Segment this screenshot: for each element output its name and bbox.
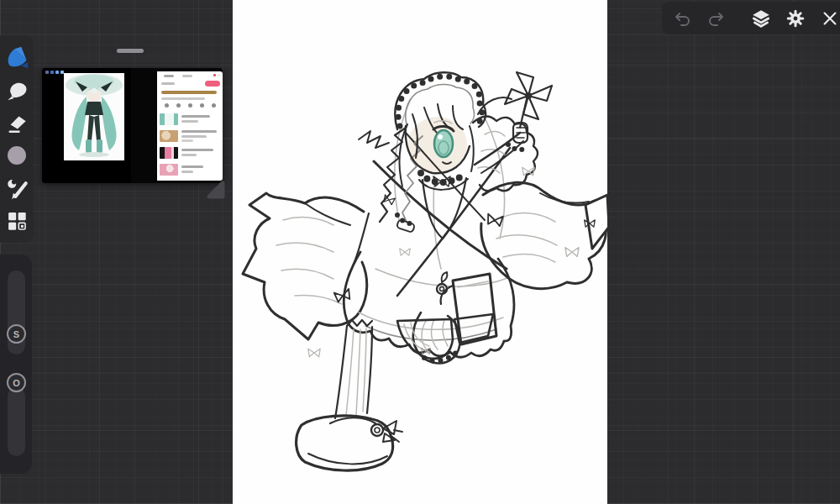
close-x-icon [821, 9, 839, 28]
paint-tools-button[interactable] [2, 174, 32, 202]
pinwheel [505, 72, 552, 143]
canvas-artwork [233, 0, 607, 504]
opacity-slider-knob[interactable]: O [7, 373, 26, 392]
character-eye [434, 130, 453, 157]
size-slider-knob[interactable]: S [7, 324, 26, 344]
opacity-slider-track[interactable] [8, 387, 25, 456]
eraser-tool-button[interactable] [2, 108, 32, 137]
brush-and-circle-icon [5, 176, 29, 200]
list-thumbnail-miku [160, 113, 178, 125]
brush-slider-rail: S O [0, 255, 32, 474]
undo-button[interactable] [667, 4, 698, 33]
back-boot [397, 314, 493, 359]
color-swatch-button[interactable] [2, 141, 32, 170]
layers-icon [750, 8, 772, 29]
smudge-blob-icon [5, 78, 29, 102]
layers-button[interactable] [745, 4, 776, 33]
artwork-card [64, 73, 124, 160]
eraser-icon [5, 111, 29, 134]
list-thumbnail-dark-pink [160, 147, 178, 159]
gear-icon [785, 8, 806, 29]
size-slider-label: S [13, 329, 19, 339]
drawing-canvas[interactable] [233, 0, 607, 504]
reference-image-artwork[interactable] [42, 68, 131, 183]
infinite-painter-logo [4, 45, 29, 70]
undo-arrow-icon [672, 8, 692, 29]
list-thumbnail-food [160, 130, 178, 142]
panel-resize-handle[interactable] [204, 178, 228, 202]
workspace-grid-button[interactable] [2, 207, 32, 235]
color-swatch-circle [8, 146, 26, 165]
reference-panel[interactable] [42, 68, 223, 183]
smudge-tool-button[interactable] [2, 76, 32, 104]
settings-button[interactable] [780, 4, 811, 33]
redo-arrow-icon [706, 8, 727, 29]
opacity-slider-label: O [13, 378, 20, 388]
platform-shoe [297, 416, 402, 470]
page-corner-dots [213, 74, 220, 76]
tool-sidebar [0, 35, 34, 243]
close-button[interactable] [814, 4, 840, 33]
grid-squares-icon [5, 209, 29, 233]
top-toolbar [662, 2, 840, 34]
panel-drag-handle[interactable] [117, 49, 144, 53]
reference-image-webpage[interactable] [157, 71, 223, 181]
statusbar-dots [45, 71, 64, 74]
app-logo-button[interactable] [2, 43, 32, 71]
app-window: S O [0, 0, 840, 504]
miku-artwork [64, 73, 124, 160]
list-thumbnail-pink-face [160, 164, 178, 176]
redo-button[interactable] [701, 4, 732, 33]
follow-button[interactable] [205, 81, 220, 87]
